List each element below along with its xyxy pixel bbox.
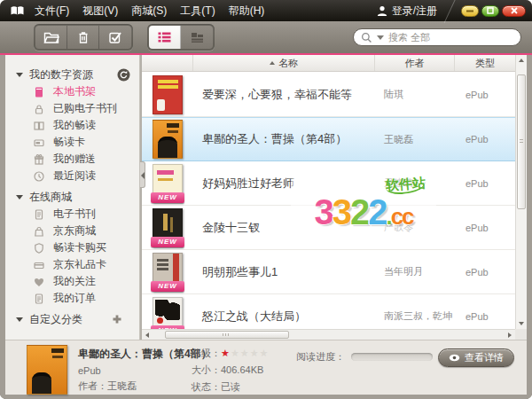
minimize-button[interactable]: [461, 5, 479, 17]
trash-icon: [76, 30, 90, 44]
column-author[interactable]: 作者: [375, 55, 455, 71]
collapse-triangle-icon: [16, 317, 23, 322]
new-badge: NEW: [151, 281, 184, 292]
book-cover: NEW: [153, 208, 183, 247]
sidebar-item-ebook-store[interactable]: 电子书刊: [5, 206, 139, 223]
sort-arrow-icon: [270, 61, 275, 65]
sidebar-collapse-handle[interactable]: [140, 161, 145, 188]
detail-rating: 分级：★★★★★: [192, 347, 296, 360]
menu-store[interactable]: 商城(S): [131, 4, 167, 19]
sidebar-item-my-reading[interactable]: 我的畅读: [5, 117, 139, 134]
user-icon: [376, 5, 388, 17]
shield-icon: [33, 242, 45, 254]
progress-bar: [351, 353, 433, 361]
order-icon: [33, 293, 45, 305]
card-icon: [33, 137, 45, 149]
scrollbar-corner: [515, 329, 527, 340]
watermark-digit: 3: [332, 192, 350, 231]
sidebar-section-my-resources[interactable]: 我的数字资源: [5, 66, 139, 83]
star-icon: ★: [240, 348, 250, 358]
search-scope-dropdown-icon[interactable]: [377, 35, 384, 40]
menu-view[interactable]: 视图(V): [82, 4, 118, 19]
sidebar-item-my-gifts[interactable]: 我的赠送: [5, 151, 139, 168]
table-row[interactable]: NEW 明朝那些事儿1 当年明月 ePub: [142, 250, 515, 294]
detail-size: 大小：406.64KB: [192, 364, 296, 377]
app-logo-icon: [10, 4, 26, 17]
book-cover: [153, 75, 183, 114]
refresh-button[interactable]: [117, 68, 130, 82]
sidebar-item-buy-reading-card[interactable]: 畅读卡购买: [5, 239, 139, 256]
star-icon: ★: [231, 348, 240, 358]
vertical-scrollbar[interactable]: [515, 55, 527, 329]
gift-card-icon: [33, 259, 45, 271]
sidebar-item-local-shelf[interactable]: 本地书架: [5, 83, 139, 100]
search-input[interactable]: 搜索 全部: [388, 31, 430, 44]
sidebar-section-online-store[interactable]: 在线商城: [5, 188, 139, 206]
collapse-triangle-icon: [16, 73, 23, 77]
sidebar-item-jd-mall[interactable]: 京东商城: [5, 223, 139, 239]
sidebar-item-my-orders[interactable]: 我的订单: [5, 290, 139, 307]
sidebar-item-my-favorites[interactable]: 我的关注: [5, 273, 139, 290]
new-badge: NEW: [151, 192, 184, 203]
add-category-button[interactable]: [111, 313, 123, 325]
rating-stars: ★★★★★: [221, 348, 269, 358]
column-cover[interactable]: [142, 55, 193, 71]
sidebar-item-recent-reading[interactable]: 最近阅读: [5, 168, 139, 184]
watermark-digit: 2: [368, 192, 386, 231]
scroll-up-button[interactable]: [516, 55, 527, 66]
view-details-button[interactable]: 查看详情: [438, 348, 514, 367]
toolbar: 搜索 全部: [0, 21, 532, 53]
watermark-cc: cc: [391, 203, 413, 230]
selected-book-cover: [27, 345, 67, 395]
open-book-icon: [33, 120, 45, 132]
horizontal-scrollbar[interactable]: [142, 329, 515, 340]
close-button[interactable]: [502, 5, 526, 17]
sidebar: 我的数字资源 本地书架 已购电子书刊 我的畅读 畅读卡: [5, 55, 140, 340]
menu-tools[interactable]: 工具(T): [180, 4, 215, 19]
list-view-icon: [157, 30, 172, 44]
table-row[interactable]: NEW 怒江之战（大结局） 南派三叔，乾坤 ePub: [142, 294, 515, 329]
detail-format: ePub: [78, 365, 192, 376]
reading-progress: 阅读进度： 0%: [296, 350, 453, 363]
sidebar-item-purchased[interactable]: 已购电子书刊: [5, 100, 139, 117]
import-book-button[interactable]: [35, 26, 67, 49]
search-icon: [361, 32, 372, 43]
sidebar-item-jd-gift-card[interactable]: 京东礼品卡: [5, 256, 139, 273]
scroll-down-button[interactable]: [516, 318, 527, 329]
shelf-view-button[interactable]: [181, 26, 213, 49]
table-row[interactable]: 爱要深，心要狠，幸福不能等 陆琪 ePub: [142, 73, 515, 117]
column-type[interactable]: 类型: [455, 55, 515, 71]
book-cover: NEW: [153, 253, 183, 292]
watermark-digits: 3322.cc: [294, 194, 433, 230]
column-name[interactable]: 名称: [193, 55, 375, 71]
maximize-button[interactable]: [481, 5, 499, 17]
vertical-scroll-thumb[interactable]: [517, 74, 526, 209]
titlebar: 文件(F) 视图(V) 商城(S) 工具(T) 帮助(H) 登录/注册: [0, 0, 532, 21]
new-badge: NEW: [151, 237, 184, 247]
eye-icon: [449, 354, 460, 362]
star-icon: ★: [221, 348, 231, 358]
sidebar-item-reading-card[interactable]: 畅读卡: [5, 134, 139, 151]
book-icon: [33, 86, 45, 98]
titlebar-divider: [444, 0, 457, 23]
login-register-link[interactable]: 登录/注册: [392, 4, 437, 19]
book-cover: NEW: [153, 297, 183, 330]
delete-button[interactable]: [67, 26, 99, 49]
detail-author: 作者：王晓磊: [78, 379, 192, 393]
star-icon: ★: [250, 348, 260, 358]
scroll-left-button[interactable]: [142, 330, 153, 340]
search-box[interactable]: 搜索 全部: [353, 28, 521, 46]
scroll-right-button[interactable]: [505, 330, 515, 340]
watermark-site-label: 软件站: [385, 175, 426, 195]
folder-open-icon: [43, 31, 59, 44]
menu-help[interactable]: 帮助(H): [229, 4, 265, 19]
select-items-button[interactable]: [99, 26, 131, 49]
table-row-selected[interactable]: 卑鄙的圣人：曹操（第4部） 王晓磊 ePub: [142, 117, 515, 161]
document-icon: [33, 208, 45, 221]
horizontal-scroll-thumb[interactable]: [165, 331, 289, 339]
list-view-button[interactable]: [149, 26, 181, 49]
shopping-bag-icon: [33, 225, 45, 238]
sidebar-section-custom-category[interactable]: 自定义分类: [5, 310, 139, 328]
menu-file[interactable]: 文件(F): [35, 4, 69, 19]
plus-icon: [111, 313, 123, 325]
